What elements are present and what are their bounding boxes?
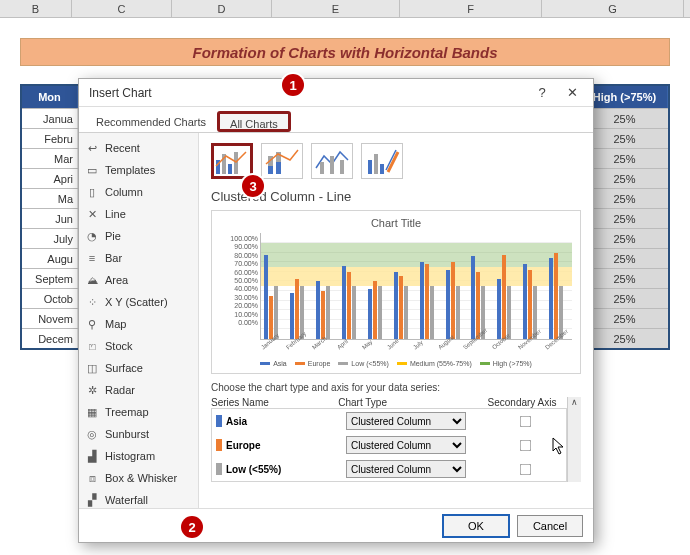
callout-1: 1 (282, 74, 304, 96)
column-header[interactable]: F (400, 0, 542, 17)
cell-high: 25% (582, 229, 668, 248)
secondary-axis-checkbox[interactable] (520, 463, 532, 475)
legend-item: Low (<55%) (338, 360, 389, 367)
svg-rect-7 (276, 162, 281, 174)
chart-type-select[interactable]: Clustered Column (346, 412, 466, 430)
category-icon: ⧈ (85, 471, 99, 485)
category-label: Area (105, 274, 128, 286)
category-label: Stock (105, 340, 133, 352)
category-map[interactable]: ⚲Map (79, 313, 198, 335)
category-pie[interactable]: ◔Pie (79, 225, 198, 247)
category-icon: ▦ (85, 405, 99, 419)
category-label: Box & Whisker (105, 472, 177, 484)
subtype-line-column[interactable] (311, 143, 353, 179)
chart-preview: Chart Title 100.00%90.00%80.00%70.00%60.… (211, 210, 581, 374)
series-name: Low (<55%) (226, 464, 281, 475)
cell-high: 25% (582, 289, 668, 308)
cell-month: July (22, 229, 78, 248)
cell-high: 25% (582, 189, 668, 208)
chart-category-list[interactable]: ↩Recent▭Templates▯Column✕Line◔Pie≡Bar⛰Ar… (79, 133, 199, 508)
tab-recommended[interactable]: Recommended Charts (85, 111, 217, 132)
subtype-clustered-column-line[interactable] (211, 143, 253, 179)
chart-type-select[interactable]: Clustered Column (346, 436, 466, 454)
category-icon: ↩ (85, 141, 99, 155)
ok-button[interactable]: OK (443, 515, 509, 537)
dialog-title: Insert Chart (89, 86, 152, 100)
category-histogram[interactable]: ▟Histogram (79, 445, 198, 467)
category-area[interactable]: ⛰Area (79, 269, 198, 291)
svg-rect-13 (380, 164, 384, 174)
category-icon: ⏍ (85, 339, 99, 353)
chart-xaxis: JanuaryFebruaryMarchAprilMayJuneJulyAugu… (260, 340, 572, 352)
svg-rect-11 (368, 160, 372, 174)
cell-high: 25% (582, 309, 668, 328)
cell-month: Octob (22, 289, 78, 308)
category-surface[interactable]: ◫Surface (79, 357, 198, 379)
secondary-axis-checkbox[interactable] (520, 415, 532, 427)
series-header-name: Series Name (211, 397, 338, 408)
tab-all-charts[interactable]: All Charts (217, 111, 291, 132)
category-templates[interactable]: ▭Templates (79, 159, 198, 181)
close-button[interactable]: ✕ (557, 85, 587, 100)
series-section: Choose the chart type and axis for your … (211, 382, 581, 482)
category-recent[interactable]: ↩Recent (79, 137, 198, 159)
chart-type-select[interactable]: Clustered Column (346, 460, 466, 478)
cell-month: Jun (22, 209, 78, 228)
category-label: Surface (105, 362, 143, 374)
category-waterfall[interactable]: ▞Waterfall (79, 489, 198, 508)
subtype-stacked-column-line[interactable] (261, 143, 303, 179)
series-scrollbar[interactable]: ∧ (567, 397, 581, 482)
subtype-custom-combo[interactable] (361, 143, 403, 179)
category-label: Pie (105, 230, 121, 242)
series-row: Low (<55%)Clustered Column (212, 457, 566, 481)
cell-month: Mar (22, 149, 78, 168)
cell-high: 25% (582, 109, 668, 128)
cell-high: 25% (582, 269, 668, 288)
svg-rect-8 (320, 162, 324, 174)
category-icon: ✲ (85, 383, 99, 397)
chart-yaxis: 100.00%90.00%80.00%70.00%60.00%50.00%40.… (220, 233, 260, 340)
category-box-whisker[interactable]: ⧈Box & Whisker (79, 467, 198, 489)
category-icon: ≡ (85, 251, 99, 265)
series-row: AsiaClustered Column (212, 409, 566, 433)
category-stock[interactable]: ⏍Stock (79, 335, 198, 357)
legend-item: Medium (55%-75%) (397, 360, 472, 367)
help-button[interactable]: ? (527, 85, 557, 100)
series-heading: Choose the chart type and axis for your … (211, 382, 581, 393)
svg-rect-9 (330, 156, 334, 174)
column-header[interactable]: D (172, 0, 272, 17)
category-x-y-scatter-[interactable]: ⁘X Y (Scatter) (79, 291, 198, 313)
chart-preview-title: Chart Title (220, 217, 572, 229)
category-column[interactable]: ▯Column (79, 181, 198, 203)
column-header[interactable]: G (542, 0, 684, 17)
category-bar[interactable]: ≡Bar (79, 247, 198, 269)
category-radar[interactable]: ✲Radar (79, 379, 198, 401)
category-line[interactable]: ✕Line (79, 203, 198, 225)
column-header[interactable]: C (72, 0, 172, 17)
callout-3: 3 (242, 175, 264, 197)
chart-legend: AsiaEuropeLow (<55%)Medium (55%-75%)High… (220, 360, 572, 367)
svg-rect-12 (374, 154, 378, 174)
category-icon: ▟ (85, 449, 99, 463)
category-label: Waterfall (105, 494, 148, 506)
cell-month: Augu (22, 249, 78, 268)
category-sunburst[interactable]: ◎Sunburst (79, 423, 198, 445)
column-header[interactable]: E (272, 0, 400, 17)
column-header[interactable]: B (0, 0, 72, 17)
svg-rect-2 (228, 164, 232, 174)
category-icon: ▞ (85, 493, 99, 507)
legend-item: Europe (295, 360, 331, 367)
data-header-month: Mon (22, 86, 78, 108)
category-treemap[interactable]: ▦Treemap (79, 401, 198, 423)
category-icon: ⚲ (85, 317, 99, 331)
category-label: Sunburst (105, 428, 149, 440)
cancel-button[interactable]: Cancel (517, 515, 583, 537)
dialog-titlebar: Insert Chart ? ✕ (79, 79, 593, 107)
title-band: Formation of Charts with Horizontal Band… (20, 38, 670, 66)
series-name: Europe (226, 440, 260, 451)
data-header-high: High (>75%) (582, 86, 668, 108)
dialog-buttons: OK Cancel (79, 508, 593, 542)
category-icon: ◔ (85, 229, 99, 243)
cell-high: 25% (582, 209, 668, 228)
secondary-axis-checkbox[interactable] (520, 439, 532, 451)
